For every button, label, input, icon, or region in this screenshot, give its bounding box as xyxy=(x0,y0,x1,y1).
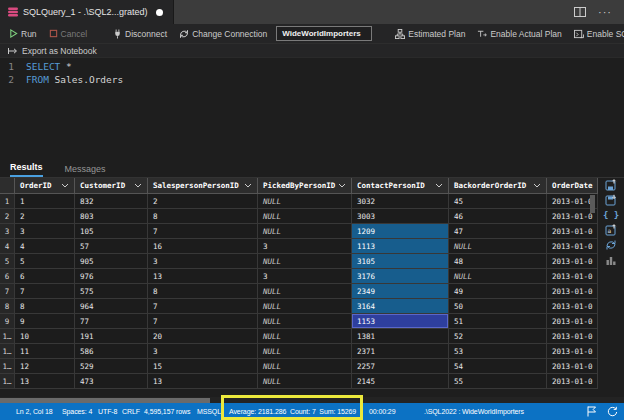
row-number[interactable]: 1… xyxy=(0,344,15,359)
grid-cell[interactable]: 803 xyxy=(75,209,148,224)
run-button[interactable]: Run xyxy=(6,29,40,39)
grid-cell[interactable]: 1113 xyxy=(352,239,449,254)
grid-cell[interactable]: 6 xyxy=(15,269,75,284)
grid-cell[interactable]: 3032 xyxy=(352,194,449,209)
grid-cell[interactable]: 2013-01-0 xyxy=(547,239,598,254)
save-xml-icon[interactable]: a xyxy=(605,224,618,236)
save-excel-icon[interactable] xyxy=(605,194,618,206)
grid-cell[interactable]: 4 xyxy=(15,239,75,254)
grid-cell[interactable]: 2013-01-0 xyxy=(547,329,598,344)
grid-cell[interactable]: 964 xyxy=(75,299,148,314)
grid-cell[interactable]: 2013-01-0 xyxy=(547,374,598,389)
grid-cell[interactable]: 51 xyxy=(449,314,547,329)
grid-cell[interactable]: 2013-01-0 xyxy=(547,254,598,269)
grid-cell[interactable]: NULL xyxy=(258,344,352,359)
grid-cell[interactable]: NULL xyxy=(449,269,547,284)
grid-cell[interactable]: 7 xyxy=(15,284,75,299)
grid-cell[interactable]: 2013-01-0 xyxy=(547,284,598,299)
grid-cell[interactable]: 55 xyxy=(449,374,547,389)
save-csv-icon[interactable] xyxy=(605,179,618,191)
column-header-orderid[interactable]: OrderID xyxy=(15,178,75,194)
indentation[interactable]: Spaces: 4 xyxy=(62,403,92,420)
row-number[interactable]: 1… xyxy=(0,329,15,344)
grid-cell[interactable]: 50 xyxy=(449,299,547,314)
column-header-pickedbypersonid[interactable]: PickedByPersonID xyxy=(258,178,352,194)
grid-cell[interactable]: 11 xyxy=(15,344,75,359)
grid-cell[interactable]: NULL xyxy=(449,239,547,254)
row-number[interactable]: 3 xyxy=(0,224,15,239)
grid-cell[interactable]: 8 xyxy=(148,209,258,224)
row-number[interactable]: 2 xyxy=(0,209,15,224)
grid-cell[interactable]: 3 xyxy=(258,239,352,254)
grid-cell[interactable]: 7 xyxy=(148,224,258,239)
grid-cell[interactable]: 832 xyxy=(75,194,148,209)
grid-cell[interactable]: 1153 xyxy=(352,314,449,329)
column-header-backorderorderid[interactable]: BackorderOrderID xyxy=(449,178,547,194)
grid-cell[interactable]: 1 xyxy=(15,194,75,209)
vertical-scrollbar[interactable] xyxy=(590,195,595,213)
grid-cell[interactable]: 2371 xyxy=(352,344,449,359)
column-header-salespersonpersonid[interactable]: SalespersonPersonID xyxy=(148,178,258,194)
grid-cell[interactable]: 2013-01-0 xyxy=(547,269,598,284)
disconnect-button[interactable]: Disconnect xyxy=(110,29,170,39)
encoding[interactable]: UTF-8 xyxy=(98,403,117,420)
grid-cell[interactable]: 2349 xyxy=(352,284,449,299)
grid-cell[interactable]: 47 xyxy=(449,224,547,239)
row-number[interactable]: 1… xyxy=(0,359,15,374)
grid-cell[interactable]: 12 xyxy=(15,359,75,374)
grid-cell[interactable]: 57 xyxy=(75,239,148,254)
grid-cell[interactable]: NULL xyxy=(258,209,352,224)
grid-cell[interactable]: 46 xyxy=(449,209,547,224)
grid-cell[interactable]: 2013-01-0 xyxy=(547,314,598,329)
estimated-plan-button[interactable]: Estimated Plan xyxy=(392,29,468,39)
grid-cell[interactable]: 3164 xyxy=(352,299,449,314)
row-number[interactable]: 4 xyxy=(0,239,15,254)
grid-cell[interactable]: NULL xyxy=(258,314,352,329)
grid-cell[interactable]: NULL xyxy=(258,374,352,389)
grid-cell[interactable]: NULL xyxy=(258,299,352,314)
grid-cell[interactable]: 529 xyxy=(75,359,148,374)
row-number[interactable]: 1 xyxy=(0,194,15,209)
column-header-contactpersonid[interactable]: ContactPersonID xyxy=(352,178,449,194)
grid-cell[interactable]: 586 xyxy=(75,344,148,359)
grid-cell[interactable]: 191 xyxy=(75,329,148,344)
grid-cell[interactable]: 2013-01-0 xyxy=(547,224,598,239)
grid-cell[interactable]: 45 xyxy=(449,194,547,209)
grid-cell[interactable]: 3 xyxy=(258,269,352,284)
connection-dropdown[interactable]: WideWorldImporters xyxy=(276,26,372,41)
row-number[interactable]: 8 xyxy=(0,299,15,314)
grid-cell[interactable]: 2013-01-0 xyxy=(547,299,598,314)
grid-cell[interactable]: 2257 xyxy=(352,359,449,374)
grid-cell[interactable]: 8 xyxy=(148,284,258,299)
grid-cell[interactable]: NULL xyxy=(258,224,352,239)
grid-cell[interactable]: 2 xyxy=(15,209,75,224)
grid-cell[interactable]: 3 xyxy=(148,344,258,359)
row-number[interactable]: 1… xyxy=(0,374,15,389)
grid-cell[interactable]: 1209 xyxy=(352,224,449,239)
row-number[interactable]: 9 xyxy=(0,314,15,329)
row-number[interactable]: 7 xyxy=(0,284,15,299)
more-actions-icon[interactable]: ··· xyxy=(598,6,612,18)
grid-cell[interactable]: 8 xyxy=(15,299,75,314)
grid-cell[interactable]: 473 xyxy=(75,374,148,389)
notifications-icon[interactable] xyxy=(607,406,618,417)
split-editor-icon[interactable] xyxy=(574,7,586,17)
grid-cell[interactable]: 3176 xyxy=(352,269,449,284)
refresh-icon[interactable] xyxy=(605,239,618,251)
grid-cell[interactable]: 2013-01-0 xyxy=(547,344,598,359)
grid-cell[interactable]: 7 xyxy=(148,314,258,329)
grid-cell[interactable]: 2013-01-0 xyxy=(547,359,598,374)
grid-cell[interactable]: 9 xyxy=(15,314,75,329)
tab-messages[interactable]: Messages xyxy=(65,164,106,177)
grid-cell[interactable]: 49 xyxy=(449,284,547,299)
sql-editor[interactable]: 1 SELECT * 2 FROM Sales.Orders xyxy=(0,58,624,159)
grid-cell[interactable]: 13 xyxy=(148,374,258,389)
grid-corner-cell[interactable] xyxy=(0,178,15,194)
column-header-orderdate[interactable]: OrderDate xyxy=(547,178,598,194)
save-json-icon[interactable]: { } xyxy=(605,209,618,221)
chart-icon[interactable] xyxy=(605,254,618,266)
selection-summary[interactable]: Average: 2181.286 Count: 7 Sum: 15269 xyxy=(229,403,356,420)
enable-actual-plan-button[interactable]: Enable Actual Plan xyxy=(474,29,564,39)
column-header-customerid[interactable]: CustomerID xyxy=(75,178,148,194)
connection-status[interactable]: .\SQL2022 : WideWorldImporters xyxy=(424,403,524,420)
